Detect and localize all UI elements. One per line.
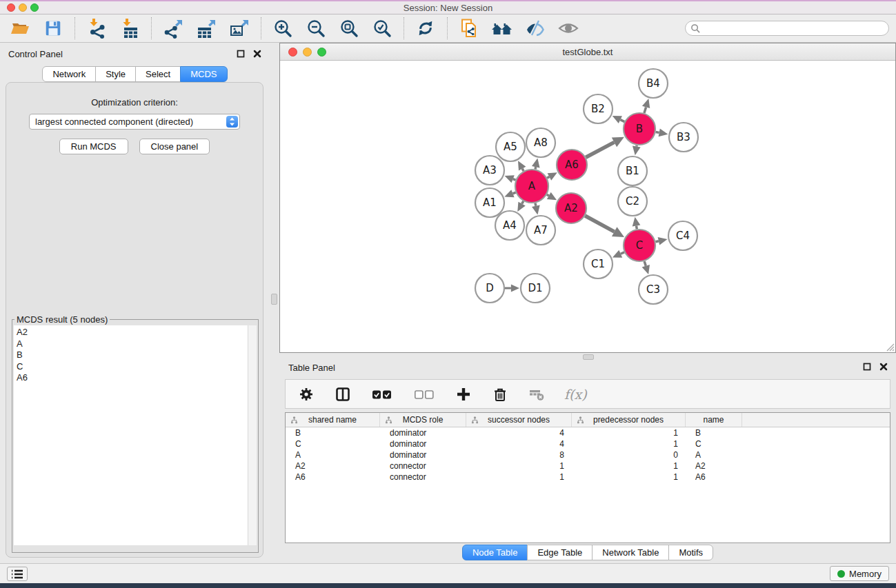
table-row[interactable]: A6 connector 1 1 A6 (286, 472, 890, 483)
cytoscape-app-window: Session: New Session (0, 0, 896, 588)
graph-edge-A-A4[interactable] (522, 201, 524, 204)
float-table-panel-icon[interactable] (863, 363, 871, 371)
tab-edge-table[interactable]: Edge Table (527, 545, 593, 560)
table-row[interactable]: C dominator 4 1 C (286, 438, 890, 449)
graph-edge-C-C3[interactable] (644, 261, 646, 266)
close-panel-icon[interactable] (253, 50, 261, 58)
graph-edge-A2-C[interactable] (585, 216, 615, 232)
hide-panels-button[interactable] (524, 17, 547, 40)
column-label: name (703, 415, 724, 425)
table-settings-button[interactable] (297, 385, 315, 403)
column-header-successor-nodes[interactable]: successor nodes (466, 413, 572, 427)
refresh-button[interactable] (414, 17, 437, 40)
export-image-button[interactable] (228, 17, 251, 40)
graph-node-label-A8: A8 (534, 136, 548, 149)
eye-pen-icon (525, 18, 546, 39)
table-tab-bar: Node Table Edge Table Network Table Moti… (462, 545, 713, 560)
column-header-predecessor-nodes[interactable]: predecessor nodes (572, 413, 686, 427)
graph-edge-A-A5[interactable] (522, 169, 524, 171)
graph-edge-A-A8[interactable] (535, 167, 536, 169)
graph-edge-C-C4[interactable] (655, 241, 658, 242)
graph-edge-A6-B[interactable] (586, 142, 614, 157)
graph-edge-A-A1[interactable] (512, 192, 515, 194)
zoom-fit-button[interactable] (337, 17, 361, 40)
open-session-button[interactable] (8, 17, 32, 40)
zoom-selected-button[interactable] (370, 17, 394, 40)
tab-network[interactable]: Network (42, 66, 96, 82)
criterion-dropdown[interactable]: largest connected component (directed) (29, 114, 240, 130)
graph-node-label-A5: A5 (504, 141, 517, 153)
tab-motifs[interactable]: Motifs (668, 545, 713, 560)
run-mcds-button[interactable]: Run MCDS (59, 139, 128, 154)
zoom-out-button[interactable] (304, 17, 328, 40)
optimization-criterion-label: Optimization criterion: (6, 97, 263, 108)
graph-edge-C-C2[interactable] (637, 226, 637, 230)
clone-network-button[interactable] (457, 17, 481, 40)
column-header-shared-name[interactable]: shared name (286, 413, 380, 427)
network-graph[interactable]: ABCA2A6A1A3A4A5A7A8B1B2B3B4C1C2C3C4DD1 (280, 61, 895, 352)
result-item[interactable]: A6 (17, 372, 257, 384)
hierarchy-icon (577, 416, 584, 424)
resize-grip-icon[interactable] (885, 342, 895, 352)
graph-node-label-A4: A4 (503, 219, 517, 232)
graph-edge-B-B4[interactable] (644, 107, 646, 113)
graph-node-label-B3: B3 (677, 131, 690, 143)
column-chooser-button[interactable] (334, 385, 352, 403)
tab-style[interactable]: Style (95, 66, 136, 82)
toolbar-search-field[interactable] (685, 21, 889, 36)
save-session-button[interactable] (41, 17, 65, 40)
export-table-button[interactable] (195, 17, 218, 40)
function-builder-button[interactable]: f(x) (564, 387, 587, 402)
column-header-mcds-role[interactable]: MCDS role (380, 413, 466, 427)
graph-edge-C-C1[interactable] (621, 252, 624, 254)
result-item[interactable]: A (17, 338, 257, 350)
tab-select[interactable]: Select (135, 66, 181, 82)
graph-edge-A-A6[interactable] (547, 176, 549, 178)
column-label: shared name (308, 415, 357, 425)
task-history-button[interactable] (7, 567, 28, 581)
select-all-button[interactable] (370, 385, 394, 403)
tab-node-table[interactable]: Node Table (462, 545, 528, 560)
graph-node-label-B2: B2 (591, 103, 605, 115)
memory-button[interactable]: Memory (830, 566, 889, 581)
clear-table-button[interactable] (528, 385, 546, 403)
result-item[interactable]: B (17, 349, 257, 361)
close-table-panel-icon[interactable] (879, 363, 888, 371)
zoom-in-button[interactable] (271, 17, 295, 40)
show-graphics-details-button[interactable] (557, 17, 580, 40)
search-input[interactable] (701, 22, 888, 34)
export-network-button[interactable] (161, 17, 185, 40)
memory-status-dot (837, 570, 845, 578)
delete-row-button[interactable] (491, 385, 509, 403)
close-panel-button[interactable]: Close panel (139, 139, 210, 154)
graph-edge-A-A7[interactable] (535, 203, 536, 205)
import-table-button[interactable] (118, 17, 141, 40)
cell-mcds-role: dominator (380, 449, 466, 460)
graph-edge-B-B3[interactable] (656, 132, 659, 132)
network-title: testGlobe.txt (280, 47, 895, 57)
result-item[interactable]: C (17, 361, 257, 373)
vertical-splitter-handle[interactable] (271, 294, 277, 305)
graph-edge-A-A3[interactable] (513, 179, 516, 180)
tab-network-table[interactable]: Network Table (592, 545, 669, 560)
network-window-titlebar[interactable]: testGlobe.txt (280, 43, 895, 61)
table-row[interactable]: A dominator 8 0 A (286, 449, 890, 460)
result-scrollbar[interactable] (248, 325, 257, 545)
graph-edge-A-A2[interactable] (547, 194, 549, 196)
import-network-button[interactable] (85, 17, 108, 40)
network-canvas[interactable]: ABCA2A6A1A3A4A5A7A8B1B2B3B4C1C2C3C4DD1 (280, 61, 895, 352)
tab-mcds[interactable]: MCDS (180, 66, 227, 82)
deselect-all-button[interactable] (412, 385, 436, 403)
result-item[interactable]: A2 (17, 327, 257, 338)
column-header-name[interactable]: name (686, 413, 742, 427)
add-row-button[interactable] (455, 385, 472, 403)
cell-predecessor-nodes: 1 (572, 427, 686, 438)
gear-icon (299, 387, 314, 402)
control-panel-tab-bar: Network Style Select MCDS (42, 66, 227, 82)
graph-edge-B-B2[interactable] (620, 120, 624, 122)
home-view-button[interactable] (490, 17, 514, 40)
table-row[interactable]: A2 connector 1 1 A2 (286, 460, 890, 472)
table-row[interactable]: B dominator 4 1 B (286, 427, 890, 438)
mcds-result-list[interactable]: A2 A B C A6 (14, 325, 257, 545)
float-panel-icon[interactable] (237, 50, 245, 58)
